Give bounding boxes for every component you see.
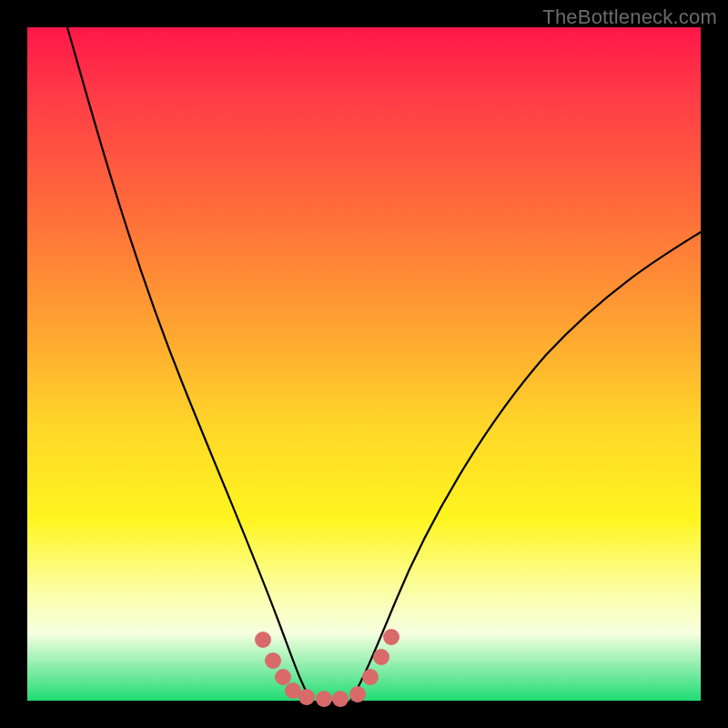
marker-point — [362, 669, 379, 685]
marker-point — [316, 691, 332, 707]
marker-point — [349, 686, 366, 703]
marker-point — [265, 652, 281, 669]
marker-point — [373, 649, 389, 665]
right-curve — [350, 232, 701, 701]
watermark-text: TheBottleneck.com — [542, 5, 717, 29]
chart-plot-area — [27, 27, 701, 701]
marker-point — [332, 691, 349, 707]
marker-point — [255, 632, 271, 648]
left-curve — [67, 27, 311, 701]
marker-point — [383, 629, 399, 645]
marker-point — [298, 689, 315, 705]
marker-point — [275, 669, 291, 685]
chart-svg — [27, 27, 701, 701]
marker-group — [255, 629, 399, 707]
